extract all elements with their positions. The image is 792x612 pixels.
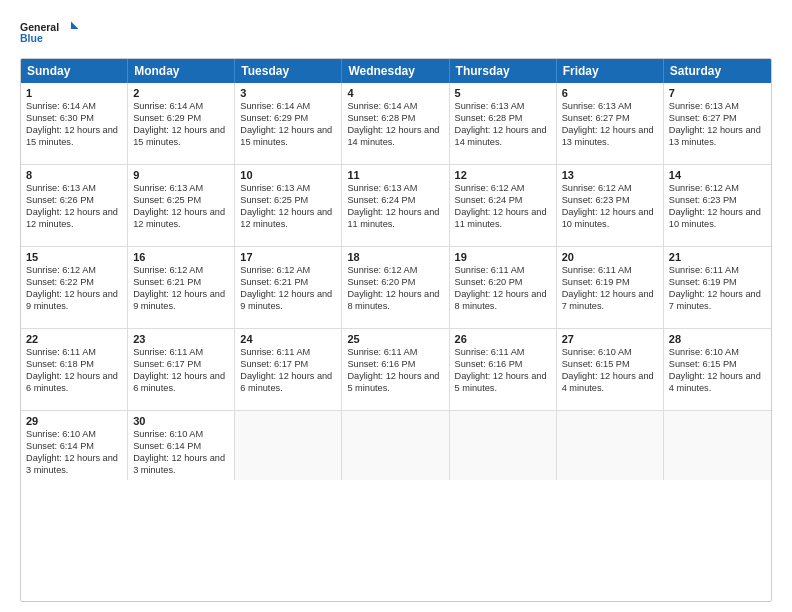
table-row: 27Sunrise: 6:10 AMSunset: 6:15 PMDayligh… — [557, 329, 664, 411]
day-info: Sunrise: 6:13 AMSunset: 6:26 PMDaylight:… — [26, 183, 118, 229]
table-row: 6Sunrise: 6:13 AMSunset: 6:27 PMDaylight… — [557, 83, 664, 165]
page: General Blue SundayMondayTuesdayWednesda… — [0, 0, 792, 612]
table-row: 19Sunrise: 6:11 AMSunset: 6:20 PMDayligh… — [450, 247, 557, 329]
day-number: 21 — [669, 250, 766, 264]
day-number: 22 — [26, 332, 122, 346]
day-number: 26 — [455, 332, 551, 346]
day-info: Sunrise: 6:13 AMSunset: 6:28 PMDaylight:… — [455, 101, 547, 147]
table-row: 7Sunrise: 6:13 AMSunset: 6:27 PMDaylight… — [664, 83, 771, 165]
day-number: 18 — [347, 250, 443, 264]
day-info: Sunrise: 6:13 AMSunset: 6:27 PMDaylight:… — [669, 101, 761, 147]
day-header-friday: Friday — [557, 59, 664, 83]
day-info: Sunrise: 6:14 AMSunset: 6:28 PMDaylight:… — [347, 101, 439, 147]
day-number: 12 — [455, 168, 551, 182]
table-row: 15Sunrise: 6:12 AMSunset: 6:22 PMDayligh… — [21, 247, 128, 329]
day-number: 17 — [240, 250, 336, 264]
header: General Blue — [20, 16, 772, 48]
table-row: 21Sunrise: 6:11 AMSunset: 6:19 PMDayligh… — [664, 247, 771, 329]
day-info: Sunrise: 6:11 AMSunset: 6:17 PMDaylight:… — [240, 347, 332, 393]
logo: General Blue — [20, 16, 80, 48]
table-row: 29Sunrise: 6:10 AMSunset: 6:14 PMDayligh… — [21, 411, 128, 480]
table-row: 17Sunrise: 6:12 AMSunset: 6:21 PMDayligh… — [235, 247, 342, 329]
day-info: Sunrise: 6:11 AMSunset: 6:16 PMDaylight:… — [455, 347, 547, 393]
day-header-thursday: Thursday — [450, 59, 557, 83]
day-number: 4 — [347, 86, 443, 100]
svg-marker-2 — [71, 22, 79, 30]
table-row: 23Sunrise: 6:11 AMSunset: 6:17 PMDayligh… — [128, 329, 235, 411]
day-number: 7 — [669, 86, 766, 100]
day-info: Sunrise: 6:11 AMSunset: 6:19 PMDaylight:… — [669, 265, 761, 311]
day-header-wednesday: Wednesday — [342, 59, 449, 83]
logo-icon: General Blue — [20, 16, 80, 48]
table-row: 3Sunrise: 6:14 AMSunset: 6:29 PMDaylight… — [235, 83, 342, 165]
day-number: 3 — [240, 86, 336, 100]
table-row — [557, 411, 664, 480]
day-info: Sunrise: 6:11 AMSunset: 6:16 PMDaylight:… — [347, 347, 439, 393]
day-info: Sunrise: 6:14 AMSunset: 6:30 PMDaylight:… — [26, 101, 118, 147]
day-number: 28 — [669, 332, 766, 346]
day-info: Sunrise: 6:11 AMSunset: 6:17 PMDaylight:… — [133, 347, 225, 393]
table-row: 28Sunrise: 6:10 AMSunset: 6:15 PMDayligh… — [664, 329, 771, 411]
day-info: Sunrise: 6:13 AMSunset: 6:27 PMDaylight:… — [562, 101, 654, 147]
day-number: 19 — [455, 250, 551, 264]
day-number: 11 — [347, 168, 443, 182]
table-row: 1Sunrise: 6:14 AMSunset: 6:30 PMDaylight… — [21, 83, 128, 165]
table-row — [664, 411, 771, 480]
table-row: 26Sunrise: 6:11 AMSunset: 6:16 PMDayligh… — [450, 329, 557, 411]
table-row: 10Sunrise: 6:13 AMSunset: 6:25 PMDayligh… — [235, 165, 342, 247]
table-row — [235, 411, 342, 480]
day-info: Sunrise: 6:14 AMSunset: 6:29 PMDaylight:… — [133, 101, 225, 147]
table-row: 25Sunrise: 6:11 AMSunset: 6:16 PMDayligh… — [342, 329, 449, 411]
day-header-tuesday: Tuesday — [235, 59, 342, 83]
day-info: Sunrise: 6:12 AMSunset: 6:22 PMDaylight:… — [26, 265, 118, 311]
table-row: 8Sunrise: 6:13 AMSunset: 6:26 PMDaylight… — [21, 165, 128, 247]
day-number: 25 — [347, 332, 443, 346]
day-number: 6 — [562, 86, 658, 100]
table-row — [342, 411, 449, 480]
calendar-body: 1Sunrise: 6:14 AMSunset: 6:30 PMDaylight… — [21, 83, 771, 480]
table-row — [450, 411, 557, 480]
table-row: 13Sunrise: 6:12 AMSunset: 6:23 PMDayligh… — [557, 165, 664, 247]
table-row: 14Sunrise: 6:12 AMSunset: 6:23 PMDayligh… — [664, 165, 771, 247]
day-number: 27 — [562, 332, 658, 346]
day-header-saturday: Saturday — [664, 59, 771, 83]
table-row: 20Sunrise: 6:11 AMSunset: 6:19 PMDayligh… — [557, 247, 664, 329]
table-row: 24Sunrise: 6:11 AMSunset: 6:17 PMDayligh… — [235, 329, 342, 411]
day-header-monday: Monday — [128, 59, 235, 83]
day-info: Sunrise: 6:14 AMSunset: 6:29 PMDaylight:… — [240, 101, 332, 147]
day-number: 5 — [455, 86, 551, 100]
table-row: 12Sunrise: 6:12 AMSunset: 6:24 PMDayligh… — [450, 165, 557, 247]
day-number: 2 — [133, 86, 229, 100]
day-number: 23 — [133, 332, 229, 346]
table-row: 22Sunrise: 6:11 AMSunset: 6:18 PMDayligh… — [21, 329, 128, 411]
day-number: 8 — [26, 168, 122, 182]
day-info: Sunrise: 6:11 AMSunset: 6:20 PMDaylight:… — [455, 265, 547, 311]
table-row: 5Sunrise: 6:13 AMSunset: 6:28 PMDaylight… — [450, 83, 557, 165]
day-info: Sunrise: 6:12 AMSunset: 6:21 PMDaylight:… — [133, 265, 225, 311]
calendar: SundayMondayTuesdayWednesdayThursdayFrid… — [20, 58, 772, 602]
day-number: 20 — [562, 250, 658, 264]
day-info: Sunrise: 6:13 AMSunset: 6:25 PMDaylight:… — [133, 183, 225, 229]
day-number: 29 — [26, 414, 122, 428]
table-row: 30Sunrise: 6:10 AMSunset: 6:14 PMDayligh… — [128, 411, 235, 480]
day-number: 30 — [133, 414, 229, 428]
table-row: 11Sunrise: 6:13 AMSunset: 6:24 PMDayligh… — [342, 165, 449, 247]
day-info: Sunrise: 6:13 AMSunset: 6:24 PMDaylight:… — [347, 183, 439, 229]
day-info: Sunrise: 6:10 AMSunset: 6:14 PMDaylight:… — [26, 429, 118, 475]
svg-text:General: General — [20, 21, 59, 33]
day-number: 15 — [26, 250, 122, 264]
table-row: 16Sunrise: 6:12 AMSunset: 6:21 PMDayligh… — [128, 247, 235, 329]
day-number: 10 — [240, 168, 336, 182]
day-info: Sunrise: 6:12 AMSunset: 6:20 PMDaylight:… — [347, 265, 439, 311]
day-number: 13 — [562, 168, 658, 182]
day-info: Sunrise: 6:11 AMSunset: 6:19 PMDaylight:… — [562, 265, 654, 311]
table-row: 18Sunrise: 6:12 AMSunset: 6:20 PMDayligh… — [342, 247, 449, 329]
day-number: 9 — [133, 168, 229, 182]
table-row: 9Sunrise: 6:13 AMSunset: 6:25 PMDaylight… — [128, 165, 235, 247]
day-number: 24 — [240, 332, 336, 346]
day-info: Sunrise: 6:10 AMSunset: 6:15 PMDaylight:… — [562, 347, 654, 393]
calendar-header: SundayMondayTuesdayWednesdayThursdayFrid… — [21, 59, 771, 83]
day-info: Sunrise: 6:11 AMSunset: 6:18 PMDaylight:… — [26, 347, 118, 393]
day-number: 1 — [26, 86, 122, 100]
day-info: Sunrise: 6:10 AMSunset: 6:15 PMDaylight:… — [669, 347, 761, 393]
